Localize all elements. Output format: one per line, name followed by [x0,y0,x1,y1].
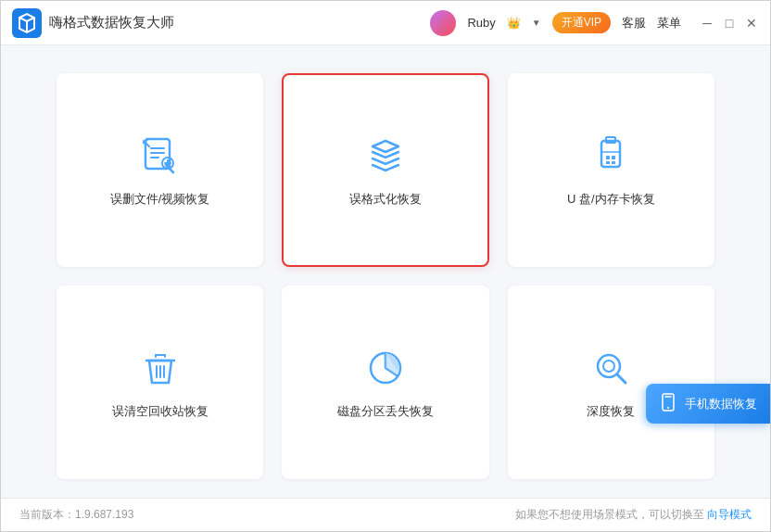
main-area: 误删文件/视频恢复 误格式化恢复 [1,45,770,498]
card-label-partition: 磁盘分区丢失恢复 [337,403,434,420]
app-title: 嗨格式数据恢复大师 [49,14,430,32]
card-delete-file[interactable]: 误删文件/视频恢复 [57,73,263,267]
svg-point-20 [667,407,669,409]
card-recycle[interactable]: 误清空回收站恢复 [57,285,263,479]
avatar [430,10,456,36]
card-icon-recycle [138,346,183,390]
mobile-icon [659,393,677,414]
user-dropdown-arrow[interactable]: ▼ [532,18,541,28]
footer: 当前版本：1.9.687.193 如果您不想使用场景模式，可以切换至 向导模式 [1,498,770,531]
app-logo [12,8,42,38]
mobile-btn-wrap: 手机数据恢复 [646,384,770,424]
main-content: 误删文件/视频恢复 误格式化恢复 [1,45,770,498]
titlebar-right: Ruby 👑 ▼ 开通VIP 客服 菜单 ─ □ ✕ [430,10,759,36]
svg-line-17 [617,374,626,383]
card-icon-partition [363,346,408,390]
service-link[interactable]: 客服 [622,15,646,32]
card-deep[interactable]: 深度恢复 [508,285,714,479]
svg-point-18 [603,361,614,372]
menu-link[interactable]: 菜单 [657,15,681,32]
minimize-button[interactable]: ─ [700,16,714,31]
card-label-recycle: 误清空回收站恢复 [112,403,209,420]
card-icon-format [363,133,408,178]
guide-mode-link[interactable]: 向导模式 [707,508,752,521]
card-label-delete-file: 误删文件/视频恢复 [110,191,210,208]
crown-icon: 👑 [507,17,521,30]
svg-rect-10 [612,161,615,164]
card-format[interactable]: 误格式化恢复 [282,73,488,267]
mobile-btn-label: 手机数据恢复 [685,396,757,412]
close-button[interactable]: ✕ [744,16,759,31]
card-partition[interactable]: 磁盘分区丢失恢复 [282,285,488,479]
footer-tip-text: 如果您不想使用场景模式，可以切换至 [515,508,704,521]
window-controls: ─ □ ✕ [700,16,759,31]
footer-tip: 如果您不想使用场景模式，可以切换至 向导模式 [515,507,752,523]
card-label-usb: U 盘/内存卡恢复 [567,191,655,208]
card-usb[interactable]: U 盘/内存卡恢复 [508,73,714,267]
svg-rect-8 [612,156,615,159]
card-icon-delete-file [138,133,183,178]
maximize-button[interactable]: □ [722,16,737,31]
version-label: 当前版本：1.9.687.193 [19,507,133,523]
cards-grid: 误删文件/视频恢复 误格式化恢复 [57,73,714,479]
card-icon-usb [588,133,633,178]
svg-rect-4 [601,141,620,167]
vip-button[interactable]: 开通VIP [552,12,611,33]
svg-rect-7 [606,156,610,159]
svg-rect-9 [606,161,610,164]
card-label-format: 误格式化恢复 [349,191,422,208]
mobile-recovery-button[interactable]: 手机数据恢复 [646,384,770,424]
titlebar: 嗨格式数据恢复大师 Ruby 👑 ▼ 开通VIP 客服 菜单 ─ □ ✕ [1,1,770,45]
card-label-deep: 深度恢复 [587,403,635,420]
card-icon-deep [588,346,633,390]
user-name[interactable]: Ruby [467,16,495,30]
